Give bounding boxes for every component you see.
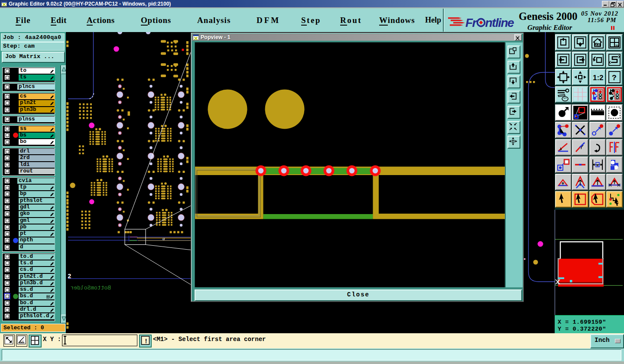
svg-text:ntline: ntline: [485, 16, 514, 29]
svg-text:!: !: [144, 338, 148, 345]
svg-text:BottomSolder: BottomSolder: [70, 285, 111, 291]
svg-text:xy: xy: [615, 44, 619, 47]
svg-text:?: ?: [612, 74, 617, 82]
svg-text:x: x: [22, 340, 24, 343]
svg-text:a: a: [162, 236, 165, 241]
svg-text:1:2: 1:2: [593, 74, 604, 82]
svg-text:4: 4: [596, 163, 598, 167]
svg-text:Fr: Fr: [465, 16, 478, 29]
svg-text:2: 2: [68, 273, 71, 280]
